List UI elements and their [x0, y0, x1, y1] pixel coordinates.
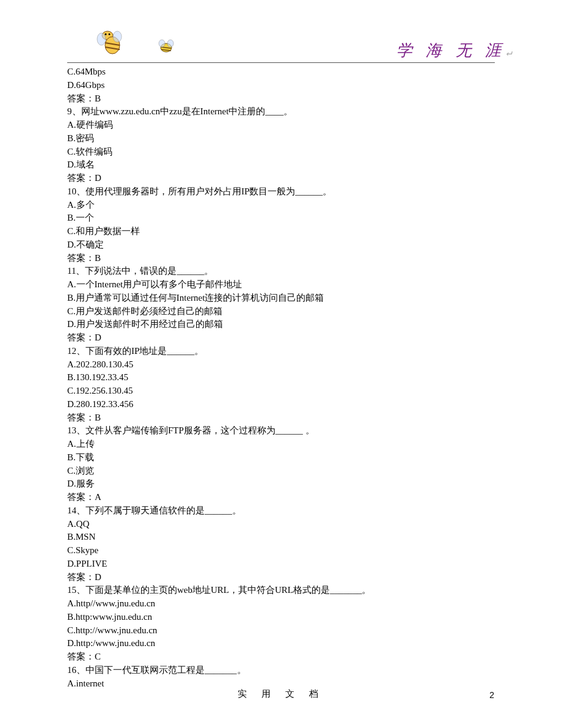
footer-text: 实 用 文 档: [0, 688, 562, 701]
svg-point-2: [97, 33, 106, 45]
text-line: C.http://www.jnu.edu.cn: [67, 624, 495, 638]
text-line: A.202.280.130.45: [67, 358, 495, 372]
text-line: A.上传: [67, 438, 495, 451]
slogan-text: 学 海 无 涯: [396, 42, 506, 59]
text-line: 11、下列说法中，错误的是______。: [67, 265, 495, 278]
text-line: C.浏览: [67, 465, 495, 478]
text-line: D.用户发送邮件时不用经过自己的邮箱: [67, 318, 495, 331]
text-line: B.下载: [67, 451, 495, 465]
svg-point-4: [105, 34, 107, 35]
svg-point-5: [109, 34, 111, 35]
text-line: C.和用户数据一样: [67, 225, 495, 238]
text-line: A.多个: [67, 199, 495, 212]
text-line: 12、下面有效的IP地址是______。: [67, 345, 495, 358]
svg-point-3: [113, 31, 122, 42]
bee-small-icon: [158, 39, 175, 54]
text-line: 答案：B: [67, 252, 495, 265]
page: 学 海 无 涯↵ C.64MbpsD.64Gbps答案：B9、网址www.zzu…: [0, 0, 562, 728]
text-line: B.MSN: [67, 531, 495, 544]
header-slogan: 学 海 无 涯↵: [396, 39, 512, 62]
text-line: D.域名: [67, 158, 495, 172]
page-header: 学 海 无 涯↵: [67, 31, 495, 63]
text-line: A.http//www.jnu.edu.cn: [67, 597, 495, 611]
text-line: D.http:/www.jnu.edu.cn: [67, 637, 495, 650]
text-line: B.130.192.33.45: [67, 371, 495, 384]
svg-point-7: [159, 40, 165, 47]
text-line: B.密码: [67, 132, 495, 145]
text-line: 9、网址www.zzu.edu.cn中zzu是在Internet中注册的____…: [67, 105, 495, 119]
text-line: 14、下列不属于聊天通信软件的是______。: [67, 504, 495, 518]
slogan-tail-icon: ↵: [506, 46, 512, 58]
text-line: D.PPLIVE: [67, 557, 495, 571]
text-line: 答案：B: [67, 411, 495, 425]
text-line: 16、中国下一代互联网示范工程是_______。: [67, 664, 495, 677]
text-line: 答案：B: [67, 92, 495, 106]
text-line: C.软件编码: [67, 145, 495, 159]
text-line: B.用户通常可以通过任何与Internet连接的计算机访问自己的邮箱: [67, 292, 495, 305]
text-line: A.硬件编码: [67, 119, 495, 132]
text-line: D.64Gbps: [67, 79, 495, 92]
text-line: B.http:www.jnu.edu.cn: [67, 611, 495, 624]
svg-point-8: [167, 40, 173, 47]
text-line: 10、使用代理服务器时，所有用户对外占用IP数目一般为______。: [67, 185, 495, 199]
text-line: D.280.192.33.456: [67, 398, 495, 411]
text-line: D.不确定: [67, 238, 495, 252]
text-line: 答案：D: [67, 331, 495, 345]
text-line: C.192.256.130.45: [67, 384, 495, 398]
document-body: C.64MbpsD.64Gbps答案：B9、网址www.zzu.edu.cn中z…: [67, 65, 495, 690]
text-line: 15、下面是某单位的主页的web地址URL，其中符合URL格式的是_______…: [67, 584, 495, 597]
text-line: A.QQ: [67, 518, 495, 531]
text-line: C.用户发送邮件时必须经过自己的邮箱: [67, 305, 495, 318]
text-line: 答案：C: [67, 650, 495, 664]
text-line: A.一个Internet用户可以有多个电子邮件地址: [67, 278, 495, 292]
text-line: C.64Mbps: [67, 65, 495, 79]
bee-large-icon: [97, 27, 123, 57]
text-line: 13、文件从客户端传输到FTP服务器，这个过程称为______ 。: [67, 424, 495, 438]
text-line: D.服务: [67, 477, 495, 491]
text-line: 答案：A: [67, 491, 495, 504]
text-line: 答案：D: [67, 172, 495, 185]
text-line: B.一个: [67, 211, 495, 225]
page-number: 2: [489, 689, 494, 701]
text-line: C.Skype: [67, 544, 495, 557]
text-line: 答案：D: [67, 571, 495, 584]
